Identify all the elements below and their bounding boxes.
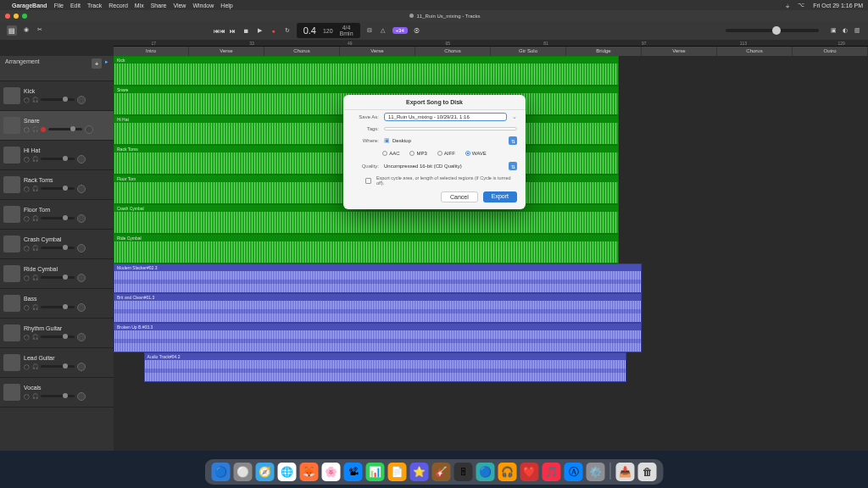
dock-finder-icon[interactable]: 🔵 [212,463,231,481]
track-instrument-icon[interactable] [3,384,20,401]
editors-button[interactable]: ✂ [36,25,44,34]
format-aac[interactable]: AAC [382,151,399,156]
dock-app2-icon[interactable]: 🎧 [498,463,517,481]
track-instrument-icon[interactable] [3,176,20,193]
pan-knob[interactable] [77,244,86,252]
stop-button[interactable]: ⏹ [242,26,251,35]
solo-button[interactable]: 🎧 [32,126,38,132]
solo-button[interactable]: 🎧 [32,215,38,221]
dock-downloads-icon[interactable]: 📥 [616,463,635,481]
track-header[interactable]: Rhythm Guitar ◯ 🎧 [0,319,114,348]
track-header[interactable]: Floor Tom ◯ 🎧 [0,200,114,230]
track-header[interactable]: Crash Cymbal ◯ 🎧 [0,230,114,259]
save-as-field[interactable]: 11_Ruin Us_mixing - 10/29/21, 1:16 [384,113,507,121]
dock-launchpad-icon[interactable]: ⚪ [234,463,253,481]
solo-button[interactable]: 🎧 [32,97,38,103]
track-instrument-icon[interactable] [3,236,20,252]
solo-button[interactable]: 🎧 [32,334,38,340]
dock-settings-icon[interactable]: ⚙️ [587,463,605,481]
track-instrument-icon[interactable] [3,87,20,104]
cycle-button[interactable]: ↻ [283,26,292,35]
region[interactable]: Kick [114,56,619,86]
position-display[interactable]: 0.4 [303,25,316,36]
export-button[interactable]: Export [483,191,517,202]
record-enable-button[interactable] [41,127,46,132]
bar-ruler[interactable]: 17 33 49 65 81 97 113 129 [114,40,868,47]
marker[interactable]: Verse [642,47,717,56]
proxy-icon[interactable] [409,14,414,18]
volume-fader[interactable] [41,395,75,397]
track-header[interactable]: Kick ◯ 🎧 [0,81,114,111]
timesig-display[interactable]: 4/4 [342,25,351,30]
track-instrument-icon[interactable] [3,265,20,282]
tempo-display[interactable]: 120 [323,28,333,34]
menu-edit[interactable]: Edit [70,3,81,8]
dock-photos-icon[interactable]: 🌸 [322,463,341,481]
marker[interactable]: Verse [340,47,415,56]
menu-view[interactable]: View [173,3,186,8]
marker[interactable]: Chorus [264,47,340,56]
cancel-button[interactable]: Cancel [441,191,478,202]
volume-fader[interactable] [41,98,75,101]
dock-trash-icon[interactable]: 🗑 [638,463,657,481]
volume-fader[interactable] [41,276,75,279]
notepad-button[interactable]: ▣ [829,26,837,35]
track-header[interactable]: Bass ◯ 🎧 [0,289,114,319]
track-header[interactable]: Ride Cymbal ◯ 🎧 [0,259,114,289]
solo-button[interactable]: 🎧 [32,156,38,162]
menu-record[interactable]: Record [108,3,128,8]
cycle-checkbox[interactable] [365,178,371,184]
pan-knob[interactable] [77,214,86,223]
tuner-badge[interactable]: +34 [392,27,408,34]
track-header[interactable]: Vocals ◯ 🎧 [0,378,114,408]
dock-numbers-icon[interactable]: 📊 [366,463,385,481]
mute-button[interactable]: ◯ [24,334,30,340]
library-button[interactable]: ▤ [7,25,17,36]
menu-track[interactable]: Track [87,3,102,8]
volume-fader[interactable] [41,158,75,160]
expand-save-icon[interactable]: ⌄ [512,114,517,120]
lcd-display[interactable]: 0.4 120 4/4 Bmin [297,23,360,38]
track-instrument-icon[interactable] [3,117,20,134]
dock-app1-icon[interactable]: 🔵 [476,463,495,481]
menu-help[interactable]: Help [220,3,232,8]
track-header[interactable]: Hi Hat ◯ 🎧 [0,141,114,170]
mute-button[interactable]: ◯ [24,274,30,280]
mute-button[interactable]: ◯ [24,186,30,191]
track-instrument-icon[interactable] [3,147,20,164]
track-instrument-icon[interactable] [3,354,20,371]
dock-chrome-icon[interactable]: 🌐 [278,463,297,481]
marker[interactable]: Chorus [717,47,793,56]
marker[interactable]: Verse [189,47,264,56]
solo-button[interactable]: 🎧 [32,363,38,369]
smart-controls-button[interactable]: ◉ [22,25,31,34]
dock-keynote-icon[interactable]: 📽 [344,463,363,481]
volume-fader[interactable] [41,336,75,338]
rewind-button[interactable]: ⏮⏮ [215,26,224,35]
dock-imovie-icon[interactable]: ⭐ [410,463,429,481]
pan-knob[interactable] [77,363,86,371]
menu-mix[interactable]: Mix [135,3,144,8]
wifi-icon[interactable]: ⏚ [786,3,789,8]
tuner-button[interactable]: ⦿ [413,26,421,35]
track-instrument-icon[interactable] [3,295,20,312]
menu-file[interactable]: File [54,3,64,8]
control-center-icon[interactable]: ⌥ [798,2,804,8]
track-header[interactable]: Rack Toms ◯ 🎧 [0,170,114,200]
region[interactable]: Audio Track#04.2 [144,352,627,382]
tags-field[interactable] [384,127,517,130]
pan-knob[interactable] [77,185,86,193]
pan-knob[interactable] [77,392,86,401]
zoom-button[interactable] [22,14,27,19]
count-in-button[interactable]: ⊟ [365,26,374,35]
mute-button[interactable]: ◯ [24,156,30,162]
volume-fader[interactable] [41,217,75,219]
marker[interactable]: Outro [793,47,868,56]
solo-button[interactable]: 🎧 [32,393,38,399]
region[interactable]: Brit and Clean#01.3 [114,293,642,323]
mute-button[interactable]: ◯ [24,245,30,251]
mute-button[interactable]: ◯ [24,304,30,310]
marker[interactable]: Gtr Solo [491,47,566,56]
marker[interactable]: Chorus [415,47,491,56]
dock-appstore-icon[interactable]: Ⓐ [565,463,583,481]
